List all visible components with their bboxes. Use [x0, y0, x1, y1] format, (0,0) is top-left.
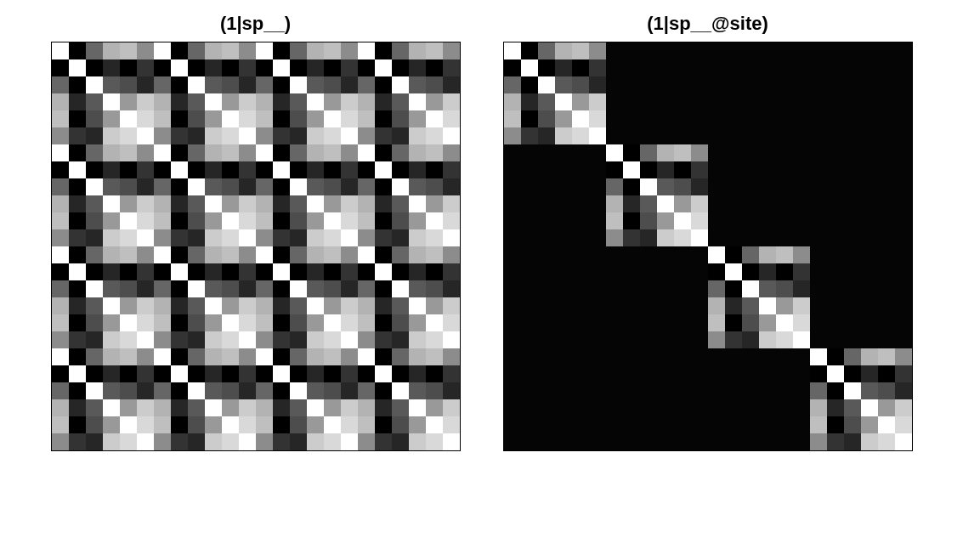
heatmap-cell	[392, 263, 409, 280]
heatmap-cell	[742, 42, 759, 59]
heatmap-cell	[324, 314, 341, 331]
heatmap-cell	[290, 161, 307, 178]
heatmap-cell	[324, 110, 341, 127]
heatmap-cell	[708, 127, 725, 144]
heatmap-cell	[504, 212, 521, 229]
heatmap-cell	[239, 42, 256, 59]
heatmap-cell	[640, 42, 657, 59]
heatmap-cell	[742, 229, 759, 246]
heatmap-cell	[776, 42, 793, 59]
heatmap-cell	[69, 433, 86, 450]
panel-row: (1|sp__) (1|sp__@site)	[0, 13, 963, 451]
heatmap-cell	[69, 212, 86, 229]
heatmap-cell	[86, 280, 103, 297]
heatmap-cell	[725, 76, 742, 93]
heatmap-cell	[589, 59, 606, 76]
heatmap-cell	[504, 365, 521, 382]
heatmap-cell	[725, 297, 742, 314]
heatmap-cell	[844, 416, 861, 433]
heatmap-cell	[52, 212, 69, 229]
heatmap-cell	[239, 212, 256, 229]
heatmap-cell	[878, 331, 895, 348]
heatmap-cell	[861, 365, 878, 382]
heatmap-cell	[759, 365, 776, 382]
heatmap-cell	[103, 212, 120, 229]
heatmap-cell	[137, 365, 154, 382]
heatmap-cell	[375, 382, 392, 399]
heatmap-cell	[120, 59, 137, 76]
heatmap-cell	[154, 212, 171, 229]
heatmap-cell	[844, 195, 861, 212]
heatmap-cell	[239, 348, 256, 365]
heatmap-cell	[137, 246, 154, 263]
heatmap-cell	[86, 212, 103, 229]
heatmap-cell	[307, 280, 324, 297]
heatmap-cell	[426, 229, 443, 246]
heatmap-cell	[273, 246, 290, 263]
heatmap-cell	[810, 365, 827, 382]
heatmap-cell	[426, 178, 443, 195]
heatmap-cell	[691, 399, 708, 416]
heatmap-cell	[222, 212, 239, 229]
heatmap-cell	[205, 161, 222, 178]
heatmap-cell	[555, 365, 572, 382]
heatmap-cell	[793, 297, 810, 314]
heatmap-cell	[273, 382, 290, 399]
heatmap-cell	[674, 314, 691, 331]
heatmap-cell	[606, 280, 623, 297]
heatmap-cell	[606, 212, 623, 229]
heatmap-cell	[188, 348, 205, 365]
heatmap-cell	[759, 246, 776, 263]
heatmap-cell	[504, 246, 521, 263]
heatmap-cell	[392, 297, 409, 314]
heatmap-cell	[290, 433, 307, 450]
heatmap-cell	[426, 42, 443, 59]
heatmap-cell	[759, 212, 776, 229]
heatmap-cell	[725, 229, 742, 246]
heatmap-cell	[171, 365, 188, 382]
heatmap-cell	[810, 178, 827, 195]
heatmap-cell	[358, 263, 375, 280]
heatmap-cell	[708, 263, 725, 280]
heatmap-cell	[426, 382, 443, 399]
heatmap-cell	[256, 297, 273, 314]
heatmap-cell	[725, 42, 742, 59]
heatmap-cell	[341, 348, 358, 365]
heatmap-cell	[86, 314, 103, 331]
heatmap-cell	[640, 365, 657, 382]
heatmap-cell	[555, 144, 572, 161]
heatmap-cell	[521, 433, 538, 450]
heatmap-cell	[827, 433, 844, 450]
heatmap-cell	[861, 127, 878, 144]
heatmap-cell	[606, 365, 623, 382]
heatmap-cell	[222, 127, 239, 144]
heatmap-cell	[657, 76, 674, 93]
heatmap-cell	[725, 365, 742, 382]
heatmap-cell	[776, 382, 793, 399]
heatmap-cell	[674, 246, 691, 263]
heatmap-cell	[708, 229, 725, 246]
heatmap-cell	[878, 212, 895, 229]
heatmap-cell	[521, 263, 538, 280]
heatmap-cell	[426, 263, 443, 280]
heatmap-cell	[341, 59, 358, 76]
heatmap-cell	[623, 297, 640, 314]
heatmap-cell	[504, 314, 521, 331]
heatmap-cell	[878, 365, 895, 382]
heatmap-cell	[861, 93, 878, 110]
heatmap-cell	[861, 246, 878, 263]
heatmap-cell	[572, 161, 589, 178]
heatmap-cell	[409, 297, 426, 314]
heatmap-cell	[589, 229, 606, 246]
heatmap-cell	[154, 382, 171, 399]
heatmap-cell	[290, 212, 307, 229]
heatmap-cell	[793, 93, 810, 110]
heatmap-cell	[154, 246, 171, 263]
heatmap-cell	[52, 416, 69, 433]
heatmap-cell	[171, 93, 188, 110]
heatmap-cell	[606, 144, 623, 161]
heatmap-cell	[844, 297, 861, 314]
heatmap-cell	[222, 195, 239, 212]
heatmap-cell	[324, 382, 341, 399]
heatmap-cell	[708, 110, 725, 127]
